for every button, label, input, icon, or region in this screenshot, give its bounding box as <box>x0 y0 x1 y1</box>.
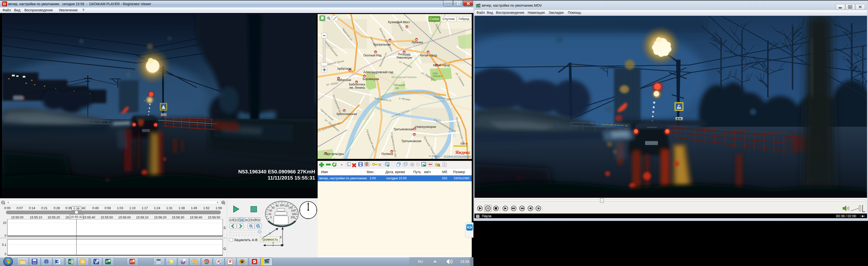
svg-text:М: М <box>406 26 408 28</box>
svg-text:1:45: 1:45 <box>191 206 197 210</box>
svg-text:Александровский сад: Александровский сад <box>364 70 393 74</box>
svg-text:Лубянка: Лубянка <box>411 41 423 44</box>
svg-text:1:03: 1:03 <box>117 206 123 210</box>
svg-text:PDF: PDF <box>228 260 232 261</box>
svg-text:Китай-город: Китай-город <box>433 64 450 67</box>
svg-text:15:55:50: 15:55:50 <box>101 215 113 219</box>
svg-text:15:55:00: 15:55:00 <box>11 215 24 219</box>
svg-text:0:07: 0:07 <box>17 206 23 210</box>
svg-text:X: X <box>69 260 71 264</box>
svg-text:Кропоткинская: Кропоткинская <box>337 112 357 116</box>
svg-text:P: P <box>106 260 108 264</box>
svg-text:Новокузнецкая: Новокузнецкая <box>415 125 436 129</box>
svg-text:1:59: 1:59 <box>216 206 222 210</box>
svg-text:3x: 3x <box>245 218 248 222</box>
svg-text:G: G <box>223 247 226 251</box>
svg-text:60x: 60x <box>255 218 260 222</box>
svg-text:15:: 15: <box>65 215 70 219</box>
svg-text:Гибрид: Гибрид <box>458 17 469 21</box>
svg-text:0,1: 0,1 <box>2 243 6 246</box>
svg-text:80: 80 <box>276 204 279 207</box>
svg-text:Охотный Ряд: Охотный Ряд <box>363 54 381 57</box>
svg-text:Китай-город: Китай-город <box>420 54 437 57</box>
svg-text:100: 100 <box>280 204 284 207</box>
svg-text:Кузнецкий Мост: Кузнецкий Мост <box>388 21 410 24</box>
svg-text:15:55:32: 15:55:32 <box>70 215 83 219</box>
svg-text:Революции: Революции <box>397 56 412 59</box>
svg-text:Зациклить A-B: Зациклить A-B <box>234 238 257 242</box>
svg-text:15:56:00: 15:56:00 <box>118 215 131 219</box>
svg-text:10: 10 <box>3 221 6 225</box>
svg-text:© Яндекс — Условия использован: © Яндекс — Условия использования <box>429 155 471 158</box>
svg-text:1/2: 1/2 <box>235 218 239 222</box>
svg-text:y: y <box>269 231 271 235</box>
svg-text:S: S <box>223 226 226 230</box>
svg-text:0:49: 0:49 <box>92 206 98 210</box>
svg-text:Московский Кремль: Московский Кремль <box>392 76 417 78</box>
svg-text:60: 60 <box>272 206 275 209</box>
svg-text:парк: парк <box>433 72 438 75</box>
svg-text:1/4: 1/4 <box>229 218 234 222</box>
svg-text:20: 20 <box>268 212 271 215</box>
svg-text:15:56:50: 15:56:50 <box>208 215 220 219</box>
svg-text:Площадь: Площадь <box>398 53 411 56</box>
svg-text:Яндекс: Яндекс <box>455 150 470 155</box>
svg-text:0:21: 0:21 <box>41 206 48 210</box>
svg-text:200: 200 <box>291 216 295 219</box>
svg-text:0: 0 <box>5 252 6 256</box>
svg-text:Зарядье: Зарядье <box>433 75 442 77</box>
svg-text:1:52: 1:52 <box>203 206 209 210</box>
svg-text:160: 160 <box>291 209 296 212</box>
svg-text:0: 0 <box>5 234 6 237</box>
svg-text:Театральная: Театральная <box>373 43 391 46</box>
svg-text:z: z <box>280 235 282 239</box>
svg-text:15:55:40: 15:55:40 <box>83 215 95 219</box>
svg-text:15:56:20: 15:56:20 <box>154 215 167 219</box>
svg-text:15:56:10: 15:56:10 <box>136 215 149 219</box>
svg-text:Арбатская: Арбатская <box>337 67 351 70</box>
svg-text:Спутник: Спутник <box>442 17 455 21</box>
svg-text:P: P <box>130 260 132 264</box>
svg-text:0:35: 0:35 <box>65 206 71 210</box>
svg-text:0:14: 0:14 <box>29 206 35 210</box>
svg-text:15:56:40: 15:56:40 <box>190 215 203 219</box>
svg-text:0:38: 0:38 <box>73 207 80 210</box>
svg-text:1:24: 1:24 <box>154 206 160 210</box>
svg-text:Полянка: Полянка <box>381 152 393 156</box>
svg-text:15:56:30: 15:56:30 <box>172 215 184 219</box>
svg-text:им. Ленина: им. Ленина <box>349 86 365 90</box>
svg-text:140: 140 <box>288 206 293 209</box>
svg-text:15:55:10: 15:55:10 <box>30 215 42 219</box>
svg-text:120: 120 <box>284 204 289 207</box>
svg-text:Парк культуры: Парк культуры <box>324 152 344 156</box>
svg-text:0: 0 <box>270 216 272 219</box>
svg-text:Громкость: Громкость <box>261 237 278 241</box>
svg-text:1x: 1x <box>240 218 243 222</box>
svg-text:40: 40 <box>269 209 272 212</box>
svg-text:11/11/2015 15:55:31: 11/11/2015 15:55:31 <box>268 175 315 180</box>
svg-text:0:56: 0:56 <box>104 206 111 210</box>
svg-text:1:10: 1:10 <box>129 206 135 210</box>
svg-text:321: 321 <box>477 6 479 7</box>
svg-text:1:38: 1:38 <box>179 206 185 210</box>
svg-text:сад: сад <box>395 87 399 89</box>
svg-text:Тайницкий: Тайницкий <box>393 84 405 87</box>
svg-text:Боровицкая: Боровицкая <box>363 77 379 81</box>
svg-text:Третьяковская: Третьяковская <box>401 139 422 143</box>
svg-text:1:31: 1:31 <box>166 206 173 210</box>
svg-text:x: x <box>272 240 274 244</box>
svg-text:321: 321 <box>265 261 269 263</box>
svg-text:500 м: 500 м <box>460 142 468 145</box>
svg-text:Схема: Схема <box>429 17 439 21</box>
svg-text:23:39: 23:39 <box>460 260 469 264</box>
svg-text:15:55:20: 15:55:20 <box>48 215 60 219</box>
svg-text:0:00: 0:00 <box>4 206 10 210</box>
svg-text:Третьяковская: Третьяковская <box>394 128 413 131</box>
svg-text:0:28: 0:28 <box>54 206 60 210</box>
svg-text:Арбатская: Арбатская <box>337 78 351 82</box>
svg-text:RU: RU <box>418 260 423 264</box>
svg-text:180: 180 <box>292 212 296 215</box>
svg-text:Библиотека: Библиотека <box>349 83 365 86</box>
svg-text:1:17: 1:17 <box>142 206 148 210</box>
svg-text:15x: 15x <box>249 218 254 222</box>
